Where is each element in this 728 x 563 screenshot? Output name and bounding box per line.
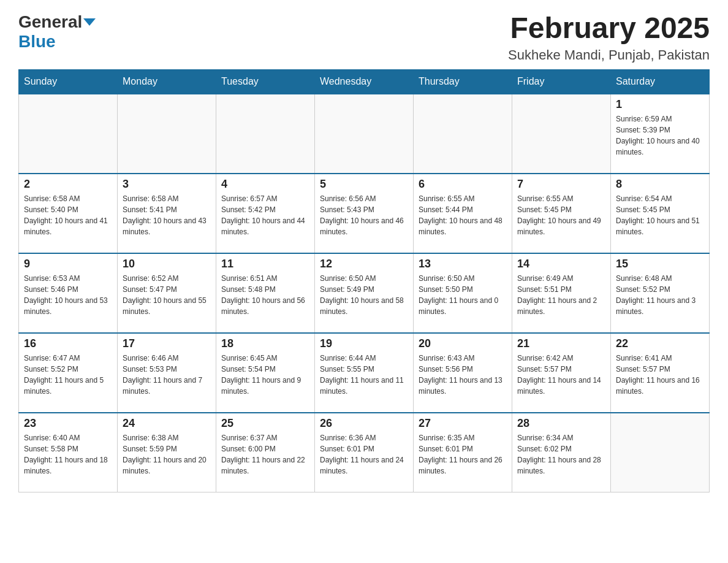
day-info: Sunrise: 6:34 AMSunset: 6:02 PMDaylight:… xyxy=(517,432,605,477)
weekday-header-thursday: Thursday xyxy=(414,69,512,94)
calendar-header-row: SundayMondayTuesdayWednesdayThursdayFrid… xyxy=(19,69,710,94)
calendar-cell: 12Sunrise: 6:50 AMSunset: 5:49 PMDayligh… xyxy=(315,253,414,333)
calendar-cell: 16Sunrise: 6:47 AMSunset: 5:52 PMDayligh… xyxy=(19,333,118,413)
calendar-cell: 23Sunrise: 6:40 AMSunset: 5:58 PMDayligh… xyxy=(19,413,118,492)
day-info: Sunrise: 6:50 AMSunset: 5:49 PMDaylight:… xyxy=(320,273,408,317)
calendar-cell xyxy=(611,413,710,492)
day-number: 8 xyxy=(616,178,704,191)
day-number: 28 xyxy=(517,417,605,430)
calendar-cell: 19Sunrise: 6:44 AMSunset: 5:55 PMDayligh… xyxy=(315,333,414,413)
calendar-cell: 7Sunrise: 6:55 AMSunset: 5:45 PMDaylight… xyxy=(512,174,611,253)
day-info: Sunrise: 6:55 AMSunset: 5:45 PMDaylight:… xyxy=(517,193,605,237)
day-info: Sunrise: 6:59 AMSunset: 5:39 PMDaylight:… xyxy=(616,113,704,158)
calendar-cell: 4Sunrise: 6:57 AMSunset: 5:42 PMDaylight… xyxy=(216,174,315,253)
day-info: Sunrise: 6:44 AMSunset: 5:55 PMDaylight:… xyxy=(320,353,408,397)
day-number: 3 xyxy=(123,178,211,191)
day-info: Sunrise: 6:40 AMSunset: 5:58 PMDaylight:… xyxy=(24,432,112,477)
logo-arrow-icon xyxy=(83,18,96,26)
weekday-header-saturday: Saturday xyxy=(611,69,710,94)
day-info: Sunrise: 6:35 AMSunset: 6:01 PMDaylight:… xyxy=(419,432,507,477)
calendar-week-row: 23Sunrise: 6:40 AMSunset: 5:58 PMDayligh… xyxy=(19,413,710,492)
calendar-cell: 24Sunrise: 6:38 AMSunset: 5:59 PMDayligh… xyxy=(118,413,216,492)
day-number: 12 xyxy=(320,258,408,270)
day-info: Sunrise: 6:58 AMSunset: 5:40 PMDaylight:… xyxy=(24,193,112,237)
calendar-cell: 6Sunrise: 6:55 AMSunset: 5:44 PMDaylight… xyxy=(414,174,512,253)
weekday-header-monday: Monday xyxy=(118,69,216,94)
day-info: Sunrise: 6:46 AMSunset: 5:53 PMDaylight:… xyxy=(123,353,211,397)
logo-text: General xyxy=(18,12,97,32)
day-number: 7 xyxy=(517,178,605,191)
day-info: Sunrise: 6:52 AMSunset: 5:47 PMDaylight:… xyxy=(123,273,211,317)
weekday-header-sunday: Sunday xyxy=(19,69,118,94)
day-number: 22 xyxy=(616,337,704,350)
day-info: Sunrise: 6:50 AMSunset: 5:50 PMDaylight:… xyxy=(419,273,507,317)
calendar-cell: 10Sunrise: 6:52 AMSunset: 5:47 PMDayligh… xyxy=(118,253,216,333)
day-number: 27 xyxy=(419,417,507,430)
day-number: 5 xyxy=(320,178,408,191)
day-info: Sunrise: 6:57 AMSunset: 5:42 PMDaylight:… xyxy=(221,193,309,237)
day-number: 19 xyxy=(320,337,408,350)
day-number: 11 xyxy=(221,258,309,270)
calendar-cell: 2Sunrise: 6:58 AMSunset: 5:40 PMDaylight… xyxy=(19,174,118,253)
calendar-cell: 15Sunrise: 6:48 AMSunset: 5:52 PMDayligh… xyxy=(611,253,710,333)
title-section: February 2025 Sukheke Mandi, Punjab, Pak… xyxy=(508,12,710,63)
day-info: Sunrise: 6:56 AMSunset: 5:43 PMDaylight:… xyxy=(320,193,408,237)
calendar-cell: 1Sunrise: 6:59 AMSunset: 5:39 PMDaylight… xyxy=(611,94,710,174)
page-header: General Blue February 2025 Sukheke Mandi… xyxy=(18,12,710,63)
day-number: 16 xyxy=(24,337,112,350)
calendar-cell: 9Sunrise: 6:53 AMSunset: 5:46 PMDaylight… xyxy=(19,253,118,333)
day-number: 23 xyxy=(24,417,112,430)
calendar-cell xyxy=(19,94,118,174)
day-info: Sunrise: 6:42 AMSunset: 5:57 PMDaylight:… xyxy=(517,353,605,397)
calendar-table: SundayMondayTuesdayWednesdayThursdayFrid… xyxy=(18,69,710,493)
day-number: 14 xyxy=(517,258,605,270)
day-info: Sunrise: 6:58 AMSunset: 5:41 PMDaylight:… xyxy=(123,193,211,237)
day-number: 13 xyxy=(419,258,507,270)
day-number: 26 xyxy=(320,417,408,430)
location-subtitle: Sukheke Mandi, Punjab, Pakistan xyxy=(508,47,710,63)
weekday-header-friday: Friday xyxy=(512,69,611,94)
calendar-cell: 18Sunrise: 6:45 AMSunset: 5:54 PMDayligh… xyxy=(216,333,315,413)
month-year-title: February 2025 xyxy=(508,12,710,45)
calendar-cell: 22Sunrise: 6:41 AMSunset: 5:57 PMDayligh… xyxy=(611,333,710,413)
calendar-cell: 5Sunrise: 6:56 AMSunset: 5:43 PMDaylight… xyxy=(315,174,414,253)
day-number: 4 xyxy=(221,178,309,191)
day-number: 1 xyxy=(616,98,704,111)
weekday-header-tuesday: Tuesday xyxy=(216,69,315,94)
calendar-cell: 17Sunrise: 6:46 AMSunset: 5:53 PMDayligh… xyxy=(118,333,216,413)
calendar-week-row: 16Sunrise: 6:47 AMSunset: 5:52 PMDayligh… xyxy=(19,333,710,413)
day-info: Sunrise: 6:45 AMSunset: 5:54 PMDaylight:… xyxy=(221,353,309,397)
logo: General Blue xyxy=(18,12,97,52)
logo-general: General xyxy=(18,12,82,32)
day-number: 20 xyxy=(419,337,507,350)
day-info: Sunrise: 6:51 AMSunset: 5:48 PMDaylight:… xyxy=(221,273,309,317)
day-info: Sunrise: 6:43 AMSunset: 5:56 PMDaylight:… xyxy=(419,353,507,397)
day-info: Sunrise: 6:55 AMSunset: 5:44 PMDaylight:… xyxy=(419,193,507,237)
calendar-cell: 13Sunrise: 6:50 AMSunset: 5:50 PMDayligh… xyxy=(414,253,512,333)
calendar-cell xyxy=(216,94,315,174)
day-number: 15 xyxy=(616,258,704,270)
day-info: Sunrise: 6:48 AMSunset: 5:52 PMDaylight:… xyxy=(616,273,704,317)
calendar-cell: 21Sunrise: 6:42 AMSunset: 5:57 PMDayligh… xyxy=(512,333,611,413)
calendar-cell: 8Sunrise: 6:54 AMSunset: 5:45 PMDaylight… xyxy=(611,174,710,253)
day-number: 2 xyxy=(24,178,112,191)
calendar-cell: 25Sunrise: 6:37 AMSunset: 6:00 PMDayligh… xyxy=(216,413,315,492)
logo-blue: Blue xyxy=(18,32,56,52)
calendar-cell xyxy=(414,94,512,174)
calendar-week-row: 2Sunrise: 6:58 AMSunset: 5:40 PMDaylight… xyxy=(19,174,710,253)
day-info: Sunrise: 6:36 AMSunset: 6:01 PMDaylight:… xyxy=(320,432,408,477)
day-number: 10 xyxy=(123,258,211,270)
day-number: 18 xyxy=(221,337,309,350)
day-number: 9 xyxy=(24,258,112,270)
calendar-cell: 3Sunrise: 6:58 AMSunset: 5:41 PMDaylight… xyxy=(118,174,216,253)
weekday-header-wednesday: Wednesday xyxy=(315,69,414,94)
day-info: Sunrise: 6:41 AMSunset: 5:57 PMDaylight:… xyxy=(616,353,704,397)
calendar-cell: 28Sunrise: 6:34 AMSunset: 6:02 PMDayligh… xyxy=(512,413,611,492)
day-number: 17 xyxy=(123,337,211,350)
calendar-cell: 14Sunrise: 6:49 AMSunset: 5:51 PMDayligh… xyxy=(512,253,611,333)
day-info: Sunrise: 6:38 AMSunset: 5:59 PMDaylight:… xyxy=(123,432,211,477)
calendar-cell: 27Sunrise: 6:35 AMSunset: 6:01 PMDayligh… xyxy=(414,413,512,492)
calendar-cell: 26Sunrise: 6:36 AMSunset: 6:01 PMDayligh… xyxy=(315,413,414,492)
calendar-cell: 11Sunrise: 6:51 AMSunset: 5:48 PMDayligh… xyxy=(216,253,315,333)
day-info: Sunrise: 6:37 AMSunset: 6:00 PMDaylight:… xyxy=(221,432,309,477)
